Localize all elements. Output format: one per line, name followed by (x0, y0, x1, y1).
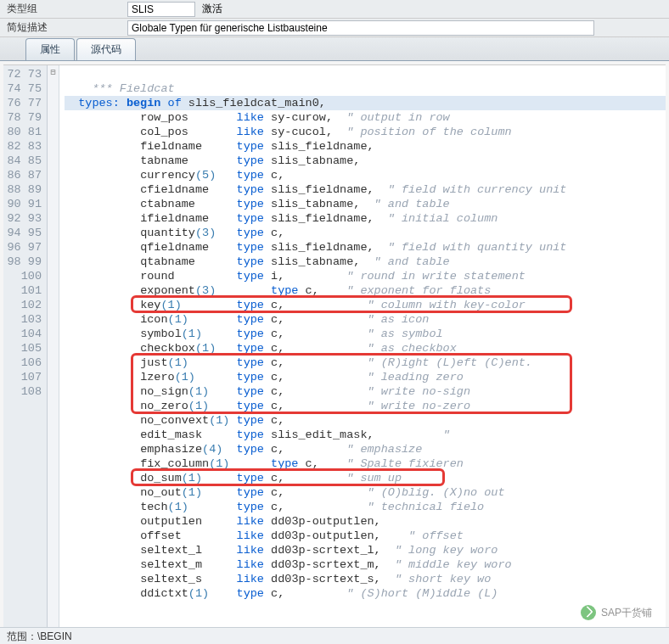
status-text: 激活 (202, 2, 222, 16)
wechat-icon (581, 605, 596, 620)
tab-strip: 属性 源代码 (0, 37, 669, 61)
header-row-type-group: 类型组 SLIS 激活 (0, 0, 669, 19)
short-desc-label: 简短描述 (0, 20, 127, 35)
line-number-gutter: 72 73 74 75 76 77 78 79 80 81 82 83 84 8… (3, 65, 48, 633)
code-editor[interactable]: 72 73 74 75 76 77 78 79 80 81 82 83 84 8… (3, 64, 666, 633)
watermark: SAP干货铺 (581, 605, 652, 620)
type-group-label: 类型组 (0, 2, 127, 16)
header-row-short-desc: 简短描述 Globale Typen für generische Listba… (0, 19, 669, 37)
code-lines[interactable]: *** Fieldcat types: begin of slis_fieldc… (59, 65, 666, 633)
type-group-value[interactable]: SLIS (127, 2, 195, 17)
fold-column[interactable]: ⊟ (48, 65, 59, 633)
status-bar: 范围：\BEGIN (0, 627, 669, 644)
short-desc-value[interactable]: Globale Typen für generische Listbaustei… (127, 20, 594, 36)
watermark-text: SAP干货铺 (601, 606, 652, 620)
tab-attributes[interactable]: 属性 (25, 38, 75, 60)
tab-source-code[interactable]: 源代码 (76, 38, 136, 60)
